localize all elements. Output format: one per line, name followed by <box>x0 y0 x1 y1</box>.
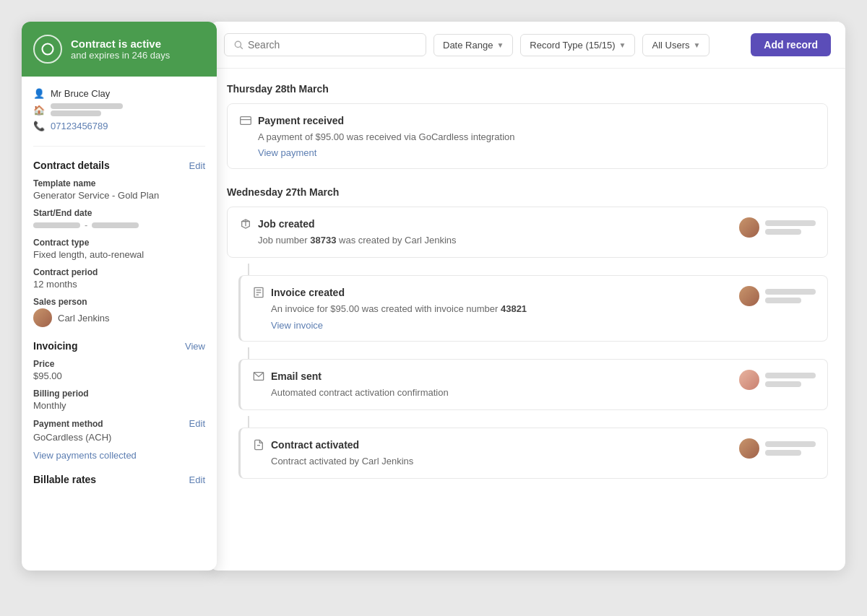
all-users-chevron: ▼ <box>694 41 701 49</box>
timeline-container: Thursday 28th March Payment received <box>210 69 845 511</box>
event-job-desc: Job number 38733 was created by Carl Jen… <box>258 234 730 247</box>
event-invoice-meta <box>765 289 816 303</box>
contract-period-label: Contract period <box>33 267 205 277</box>
view-payment-link[interactable]: View payment <box>258 147 816 158</box>
day-label-wednesday: Wednesday 27th March <box>227 186 828 198</box>
job-icon <box>239 217 252 230</box>
event-contract-desc: Contract activated by Carl Jenkins <box>271 455 730 468</box>
contract-details-header: Contract details Edit <box>33 160 205 171</box>
contact-name: Mr Bruce Clay <box>51 88 110 99</box>
event-payment-title: Payment received <box>258 115 344 126</box>
event-email-left: Email sent Automated contract activation… <box>252 370 730 399</box>
event-job-title: Job created <box>258 218 315 230</box>
invoicing-view-link[interactable]: View <box>185 341 205 352</box>
contact-name-row: 👤 Mr Bruce Clay <box>33 88 205 99</box>
contract-status-title: Contract is active <box>71 38 170 50</box>
contract-details-edit-link[interactable]: Edit <box>189 160 205 171</box>
day-group-thursday: Thursday 28th March Payment received <box>227 83 828 169</box>
connector-1 <box>248 264 249 275</box>
billable-rates-header: Billable rates Edit <box>33 474 205 485</box>
event-email-desc: Automated contract activation confirmati… <box>271 386 730 399</box>
sidebar-header: Contract is active and expires in 246 da… <box>22 22 217 77</box>
event-email-sent: Email sent Automated contract activation… <box>238 359 828 410</box>
event-email-meta <box>765 373 816 387</box>
price-value: $95.00 <box>33 370 205 381</box>
all-users-filter[interactable]: All Users ▼ <box>642 34 709 56</box>
event-invoice-meta-bar-1 <box>765 289 816 295</box>
contract-status-subtitle: and expires in 246 days <box>71 50 170 61</box>
event-contract-activated: Contract activated Contract activated by… <box>238 428 828 479</box>
billable-rates-section: Billable rates Edit <box>33 474 205 485</box>
event-job-created: Job created Job number 38733 was created… <box>227 207 828 258</box>
person-icon: 👤 <box>33 88 45 99</box>
billable-rates-title: Billable rates <box>33 474 96 485</box>
contract-type-label: Contract type <box>33 238 205 248</box>
sales-person-row: Carl Jenkins <box>33 308 205 327</box>
start-date-bar <box>33 222 80 228</box>
view-payments-link[interactable]: View payments collected <box>33 450 205 461</box>
billable-rates-edit-link[interactable]: Edit <box>189 474 205 485</box>
invoice-icon <box>252 286 265 299</box>
app-container: Contract is active and expires in 246 da… <box>22 22 845 571</box>
event-job-meta-bar-2 <box>765 229 801 235</box>
contract-period-value: 12 months <box>33 279 205 290</box>
contract-icon <box>252 438 265 451</box>
contact-phone-row: 📞 07123456789 <box>33 121 205 131</box>
event-job-header: Job created <box>239 217 730 230</box>
date-range-label: Date Range <box>443 40 493 51</box>
event-email-avatar <box>739 370 759 390</box>
view-invoice-link[interactable]: View invoice <box>271 320 730 331</box>
search-box[interactable] <box>224 33 426 56</box>
event-email-meta-bar-1 <box>765 373 816 378</box>
event-job-right <box>739 217 816 238</box>
event-payment-left: Payment received A payment of $95.00 was… <box>239 114 816 158</box>
connector-2 <box>248 347 249 359</box>
contract-details-title: Contract details <box>33 160 110 171</box>
payment-method-label: Payment method <box>33 419 103 429</box>
contract-type-value: Fixed length, auto-renewal <box>33 249 205 260</box>
event-invoice-left: Invoice created An invoice for $95.00 wa… <box>252 286 730 330</box>
add-record-label: Add record <box>764 39 818 51</box>
search-icon <box>233 40 243 50</box>
record-type-filter[interactable]: Record Type (15/15) ▼ <box>520 34 635 56</box>
add-record-button[interactable]: Add record <box>751 33 831 56</box>
svg-point-0 <box>43 44 53 55</box>
date-range-filter[interactable]: Date Range ▼ <box>434 34 513 56</box>
event-contract-meta <box>765 441 816 456</box>
template-name-value: Generator Service - Gold Plan <box>33 190 205 201</box>
address-bar-1 <box>51 103 123 109</box>
event-job-avatar <box>739 217 759 238</box>
payment-method-edit-link[interactable]: Edit <box>189 418 205 429</box>
event-job-meta-bar-1 <box>765 220 816 226</box>
all-users-label: All Users <box>652 40 689 51</box>
event-job-meta <box>765 220 816 235</box>
toolbar: Date Range ▼ Record Type (15/15) ▼ All U… <box>210 22 845 69</box>
event-email-right <box>739 370 816 390</box>
address-bars <box>51 103 123 116</box>
event-invoice-meta-bar-2 <box>765 298 801 303</box>
sidebar-body: 👤 Mr Bruce Clay 🏠 📞 07123456789 <box>22 77 217 510</box>
invoicing-section: Invoicing View Price $95.00 Billing peri… <box>33 340 205 461</box>
day-label-thursday: Thursday 28th March <box>227 83 828 95</box>
event-invoice-avatar <box>739 286 759 306</box>
event-payment-received: Payment received A payment of $95.00 was… <box>227 103 828 169</box>
search-input[interactable] <box>248 39 417 51</box>
event-contract-meta-bar-2 <box>765 450 801 456</box>
event-payment-desc: A payment of $95.00 was received via GoC… <box>258 131 816 144</box>
address-bar-2 <box>51 110 101 116</box>
event-contract-right <box>739 438 816 459</box>
event-payment-header: Payment received <box>239 114 816 127</box>
contact-phone[interactable]: 07123456789 <box>51 121 108 131</box>
contact-info: 👤 Mr Bruce Clay 🏠 📞 07123456789 <box>33 88 205 147</box>
contract-details-section: Contract details Edit Template name Gene… <box>33 160 205 327</box>
invoicing-header: Invoicing View <box>33 340 205 352</box>
event-contract-left: Contract activated Contract activated by… <box>252 438 730 468</box>
price-label: Price <box>33 359 205 369</box>
connector-3 <box>248 416 249 428</box>
sales-person-label: Sales person <box>33 297 205 307</box>
main-panel: Date Range ▼ Record Type (15/15) ▼ All U… <box>210 22 845 571</box>
sales-person-avatar <box>33 308 52 327</box>
billing-period-value: Monthly <box>33 400 205 411</box>
contract-status-icon <box>33 35 62 64</box>
event-invoice-right <box>739 286 816 306</box>
